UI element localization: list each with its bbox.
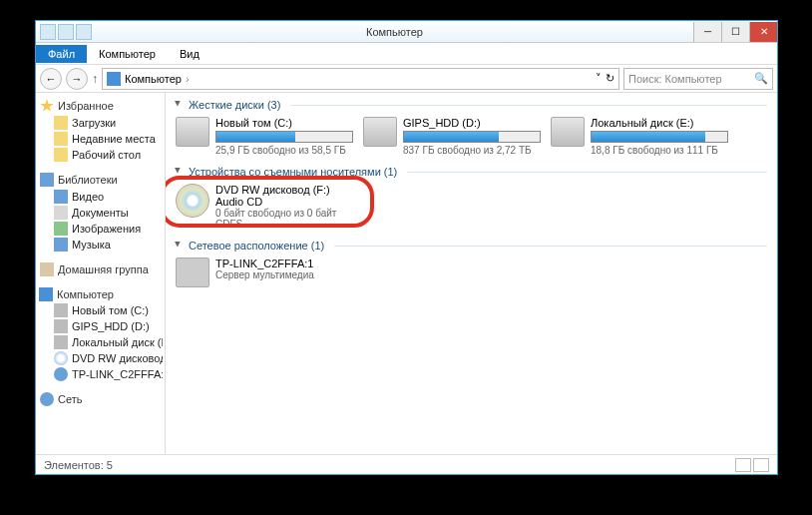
- computer-icon: [39, 287, 53, 301]
- music-icon: [54, 238, 68, 252]
- sidebar-network-header[interactable]: Сеть: [38, 390, 163, 408]
- video-icon: [54, 190, 68, 204]
- sidebar-computer: Компьютер Новый том (C:) GIPS_HDD (D:) Л…: [38, 286, 163, 382]
- quick-access-toolbar: [36, 24, 96, 40]
- sidebar-item-images[interactable]: Изображения: [38, 221, 163, 237]
- explorer-window: Компьютер ─ ☐ ✕ Файл Компьютер Вид ← → ↑…: [35, 20, 778, 475]
- section-network-locations: ▸Сетевое расположение (1) TP-LINK_C2FFFA…: [176, 240, 767, 287]
- capacity-bar: [215, 131, 353, 143]
- media-server-icon: [176, 258, 209, 287]
- disc-icon: [54, 351, 68, 365]
- drive-label: Новый том (C:): [215, 117, 353, 129]
- refresh-icon[interactable]: ↻: [606, 72, 614, 85]
- disc-icon: [176, 184, 209, 218]
- close-button[interactable]: ✕: [749, 22, 777, 42]
- device-label: TP-LINK_C2FFFA:1: [215, 258, 353, 269]
- images-icon: [54, 222, 68, 236]
- section-header-netloc[interactable]: ▸Сетевое расположение (1): [176, 240, 767, 252]
- breadcrumb-arrow[interactable]: ›: [186, 73, 190, 85]
- qat-new-folder[interactable]: [76, 24, 92, 40]
- minimize-button[interactable]: ─: [693, 22, 721, 42]
- chevron-down-icon: ▸: [176, 168, 185, 177]
- network-icon: [40, 392, 54, 406]
- chevron-down-icon[interactable]: ˅: [596, 72, 602, 85]
- search-placeholder: Поиск: Компьютер: [628, 73, 722, 85]
- drive-dvd[interactable]: DVD RW дисковод (F:) Audio CD 0 байт сво…: [176, 184, 353, 230]
- breadcrumb-root[interactable]: Компьютер: [125, 73, 182, 85]
- address-bar[interactable]: Компьютер › ˅ ↻: [102, 68, 619, 90]
- network-device-tplink[interactable]: TP-LINK_C2FFFA:1 Сервер мультимедиа: [176, 258, 353, 287]
- section-hard-drives: ▸Жесткие диски (3) Новый том (C:) 25,9 Г…: [176, 99, 767, 156]
- qat-properties[interactable]: [58, 24, 74, 40]
- star-icon: [40, 99, 54, 113]
- chevron-down-icon: ▸: [176, 242, 185, 251]
- status-item-count: Элементов: 5: [44, 459, 113, 471]
- capacity-bar: [403, 131, 541, 143]
- address-bar-row: ← → ↑ Компьютер › ˅ ↻ Поиск: Компьютер 🔍: [36, 65, 777, 93]
- drive-label: DVD RW дисковод (F:) Audio CD: [215, 184, 353, 208]
- sidebar-libraries-header[interactable]: Библиотеки: [38, 171, 163, 189]
- sidebar-favorites-header[interactable]: Избранное: [38, 97, 163, 115]
- view-icons-button[interactable]: [753, 458, 769, 472]
- section-header-removable[interactable]: ▸Устройства со съемными носителями (1): [176, 166, 767, 178]
- sidebar-item-drive-e[interactable]: Локальный диск (E:): [38, 334, 163, 350]
- drive-free-text: 0 байт свободно из 0 байт: [215, 208, 353, 219]
- section-header-hdd[interactable]: ▸Жесткие диски (3): [176, 99, 767, 111]
- content-pane: ▸Жесткие диски (3) Новый том (C:) 25,9 Г…: [166, 93, 777, 454]
- navigation-pane: Избранное Загрузки Недавние места Рабочи…: [36, 93, 166, 454]
- tab-view[interactable]: Вид: [168, 45, 211, 63]
- titlebar: Компьютер ─ ☐ ✕: [36, 21, 777, 43]
- sidebar-network: Сеть: [38, 390, 163, 408]
- search-icon: 🔍: [754, 72, 768, 85]
- device-desc: Сервер мультимедиа: [215, 269, 353, 280]
- drive-icon: [176, 117, 209, 147]
- drive-e[interactable]: Локальный диск (E:) 18,8 ГБ свободно из …: [551, 117, 728, 156]
- maximize-button[interactable]: ☐: [721, 22, 749, 42]
- drive-icon: [54, 335, 68, 349]
- back-button[interactable]: ←: [40, 68, 62, 90]
- sidebar-item-tplink[interactable]: TP-LINK_C2FFFA:1: [38, 366, 163, 382]
- sidebar-favorites: Избранное Загрузки Недавние места Рабочи…: [38, 97, 163, 163]
- status-bar: Элементов: 5: [36, 454, 777, 474]
- sidebar-item-downloads[interactable]: Загрузки: [38, 115, 163, 131]
- sidebar-homegroup-header[interactable]: Домашняя группа: [38, 260, 163, 278]
- tab-file[interactable]: Файл: [36, 45, 87, 63]
- section-removable: ▸Устройства со съемными носителями (1) D…: [176, 166, 767, 230]
- window-controls: ─ ☐ ✕: [693, 22, 777, 42]
- sidebar-item-drive-c[interactable]: Новый том (C:): [38, 302, 163, 318]
- sidebar-item-drive-d[interactable]: GIPS_HDD (D:): [38, 318, 163, 334]
- capacity-bar: [591, 131, 728, 143]
- drive-icon: [54, 303, 68, 317]
- tab-computer[interactable]: Компьютер: [87, 45, 168, 63]
- window-title: Компьютер: [96, 26, 693, 38]
- folder-icon: [54, 132, 68, 146]
- drive-c[interactable]: Новый том (C:) 25,9 ГБ свободно из 58,5 …: [176, 117, 353, 156]
- qat-icon[interactable]: [40, 24, 56, 40]
- drive-d[interactable]: GIPS_HDD (D:) 837 ГБ свободно из 2,72 ТБ: [363, 117, 541, 156]
- sidebar-item-video[interactable]: Видео: [38, 189, 163, 205]
- folder-icon: [54, 148, 68, 162]
- drive-icon: [363, 117, 397, 147]
- sidebar-item-documents[interactable]: Документы: [38, 205, 163, 221]
- drive-icon: [54, 319, 68, 333]
- sidebar-item-music[interactable]: Музыка: [38, 237, 163, 253]
- sidebar-item-recent[interactable]: Недавние места: [38, 131, 163, 147]
- forward-button[interactable]: →: [66, 68, 88, 90]
- drive-free-text: 18,8 ГБ свободно из 111 ГБ: [591, 145, 728, 156]
- sidebar-item-dvd[interactable]: DVD RW дисковод: [38, 350, 163, 366]
- sidebar-homegroup: Домашняя группа: [38, 260, 163, 278]
- drive-fs: CDFS: [215, 219, 353, 230]
- view-details-button[interactable]: [735, 458, 751, 472]
- drive-label: GIPS_HDD (D:): [403, 117, 541, 129]
- body: Избранное Загрузки Недавние места Рабочи…: [36, 93, 777, 454]
- drive-free-text: 25,9 ГБ свободно из 58,5 ГБ: [215, 145, 353, 156]
- ribbon-tabs: Файл Компьютер Вид: [36, 43, 777, 65]
- drive-label: Локальный диск (E:): [591, 117, 728, 129]
- drive-free-text: 837 ГБ свободно из 2,72 ТБ: [403, 145, 541, 156]
- sidebar-computer-header[interactable]: Компьютер: [38, 286, 163, 302]
- up-button[interactable]: ↑: [92, 72, 98, 86]
- search-input[interactable]: Поиск: Компьютер 🔍: [623, 68, 773, 90]
- folder-icon: [54, 116, 68, 130]
- sidebar-libraries: Библиотеки Видео Документы Изображения М…: [38, 171, 163, 253]
- sidebar-item-desktop[interactable]: Рабочий стол: [38, 147, 163, 163]
